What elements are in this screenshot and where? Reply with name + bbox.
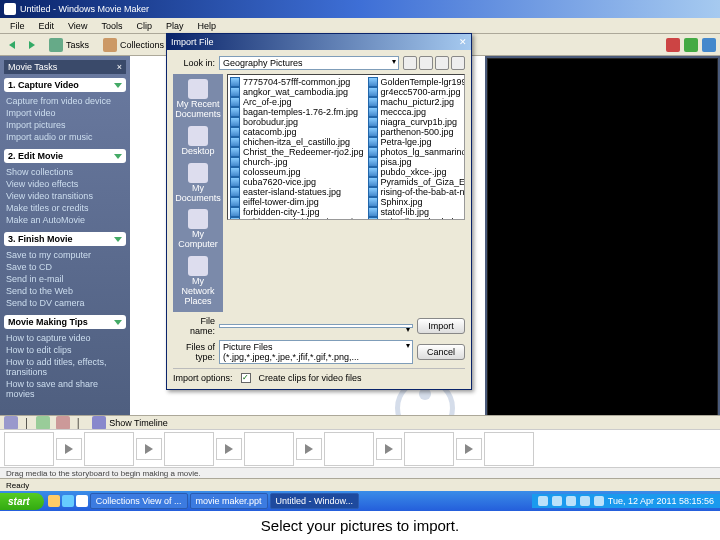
file-item[interactable]: pubdo_xkce-.jpg <box>368 167 465 177</box>
link-import-pictures[interactable]: Import pictures <box>4 119 126 131</box>
storyboard-transition[interactable] <box>456 438 482 460</box>
cancel-button[interactable]: Cancel <box>417 344 465 360</box>
file-item[interactable]: meccca.jpg <box>368 107 465 117</box>
file-item[interactable]: easter-island-statues.jpg <box>230 187 364 197</box>
taskbar-item[interactable]: Collections View of ... <box>90 493 188 509</box>
file-list[interactable]: 7775704-57fff-common.jpgangkor_wat_cambo… <box>227 74 465 220</box>
menu-edit[interactable]: Edit <box>33 21 61 31</box>
link-show-collections[interactable]: Show collections <box>4 166 126 178</box>
file-item[interactable]: golden-gate-bridge-picture.jpg <box>230 217 364 220</box>
nav-up-icon[interactable] <box>419 56 433 70</box>
tb-icon-1[interactable] <box>666 38 680 52</box>
filename-input[interactable] <box>219 324 413 328</box>
place-computer[interactable]: My Computer <box>176 207 220 252</box>
menu-clip[interactable]: Clip <box>130 21 158 31</box>
file-item[interactable]: pisa.jpg <box>368 157 465 167</box>
file-item[interactable]: borobudur.jpg <box>230 117 364 127</box>
place-network[interactable]: My Network Places <box>176 254 220 309</box>
nav-views-icon[interactable] <box>451 56 465 70</box>
file-item[interactable]: colosseum.jpg <box>230 167 364 177</box>
nav-fwd-button[interactable] <box>24 39 40 51</box>
section-tips[interactable]: Movie Making Tips <box>4 315 126 329</box>
section-edit[interactable]: 2. Edit Movie <box>4 149 126 163</box>
section-finish[interactable]: 3. Finish Movie <box>4 232 126 246</box>
place-documents[interactable]: My Documents <box>176 161 220 206</box>
storyboard-clip[interactable] <box>244 432 294 466</box>
file-item[interactable]: gr4ecc5700-arm.jpg <box>368 87 465 97</box>
ql-icon[interactable] <box>62 495 74 507</box>
menu-play[interactable]: Play <box>160 21 190 31</box>
lookin-dropdown[interactable]: Geography Pictures <box>219 56 399 70</box>
link-send-dv[interactable]: Send to DV camera <box>4 297 126 309</box>
file-item[interactable]: bagan-temples-1.76-2.fm.jpg <box>230 107 364 117</box>
sb-icon-1[interactable] <box>4 416 18 430</box>
storyboard-transition[interactable] <box>296 438 322 460</box>
file-item[interactable]: statof-lib.jpg <box>368 207 465 217</box>
file-item[interactable]: catacomb.jpg <box>230 127 364 137</box>
link-video-transitions[interactable]: View video transitions <box>4 190 126 202</box>
taskbar-item-active[interactable]: Untitled - Window... <box>270 493 360 509</box>
file-item[interactable]: photos_lg_sanmarino.jpg <box>368 147 465 157</box>
tray-icon[interactable] <box>566 496 576 506</box>
file-item[interactable]: cuba7620-vice.jpg <box>230 177 364 187</box>
storyboard-clip[interactable] <box>84 432 134 466</box>
tray-icon[interactable] <box>538 496 548 506</box>
menu-help[interactable]: Help <box>191 21 222 31</box>
close-icon[interactable]: × <box>117 62 122 72</box>
storyboard-clip[interactable] <box>404 432 454 466</box>
link-tip-save[interactable]: How to save and share movies <box>4 378 126 400</box>
file-item[interactable]: Petra-lge.jpg <box>368 137 465 147</box>
link-automovie[interactable]: Make an AutoMovie <box>4 214 126 226</box>
tb-icon-3[interactable] <box>702 38 716 52</box>
storyboard[interactable] <box>0 429 720 467</box>
file-item[interactable]: church-.jpg <box>230 157 364 167</box>
link-tip-edit[interactable]: How to edit clips <box>4 344 126 356</box>
file-item[interactable]: Arc_of-e.jpg <box>230 97 364 107</box>
link-video-effects[interactable]: View video effects <box>4 178 126 190</box>
storyboard-transition[interactable] <box>376 438 402 460</box>
taskbar-item[interactable]: movie maker.ppt <box>190 493 268 509</box>
nav-back-button[interactable] <box>4 39 20 51</box>
file-item[interactable]: parthenon-500.jpg <box>368 127 465 137</box>
dialog-close-icon[interactable]: ✕ <box>459 37 467 47</box>
file-item[interactable]: niagra_curvp1b.jpg <box>368 117 465 127</box>
file-item[interactable]: Christ_the_Redeemer-rjo2.jpg <box>230 147 364 157</box>
menu-file[interactable]: File <box>4 21 31 31</box>
menu-tools[interactable]: Tools <box>95 21 128 31</box>
place-desktop[interactable]: Desktop <box>176 124 220 159</box>
storyboard-clip[interactable] <box>324 432 374 466</box>
tray-icon[interactable] <box>594 496 604 506</box>
link-import-audio[interactable]: Import audio or music <box>4 131 126 143</box>
collections-button[interactable]: Collections <box>98 36 169 54</box>
link-send-web[interactable]: Send to the Web <box>4 285 126 297</box>
link-save-cd[interactable]: Save to CD <box>4 261 126 273</box>
nav-back-icon[interactable] <box>403 56 417 70</box>
place-recent[interactable]: My Recent Documents <box>176 77 220 122</box>
menu-view[interactable]: View <box>62 21 93 31</box>
file-item[interactable]: angkor_wat_cambodia.jpg <box>230 87 364 97</box>
tasks-button[interactable]: Tasks <box>44 36 94 54</box>
sb-zoom-out-icon[interactable] <box>56 416 70 430</box>
storyboard-clip[interactable] <box>484 432 534 466</box>
filetype-dropdown[interactable]: Picture Files (*.jpg,*.jpeg,*.jpe,*.jfif… <box>219 340 413 364</box>
file-item[interactable]: Sphinx.jpg <box>368 197 465 207</box>
file-item[interactable]: chichen-itza_el_castillo.jpg <box>230 137 364 147</box>
file-item[interactable]: rising-of-the-bab-at-night.jpg <box>368 187 465 197</box>
storyboard-transition[interactable] <box>56 438 82 460</box>
storyboard-clip[interactable] <box>164 432 214 466</box>
tray-icon[interactable] <box>580 496 590 506</box>
file-item[interactable]: GoldenTemple-lgr19995.jpg <box>368 77 465 87</box>
section-capture[interactable]: 1. Capture Video <box>4 78 126 92</box>
sb-zoom-in-icon[interactable] <box>36 416 50 430</box>
link-tip-titles[interactable]: How to add titles, effects, transitions <box>4 356 126 378</box>
storyboard-clip[interactable] <box>4 432 54 466</box>
storyboard-transition[interactable] <box>216 438 242 460</box>
tb-icon-2[interactable] <box>684 38 698 52</box>
import-button[interactable]: Import <box>417 318 465 334</box>
file-item[interactable]: Pyramids_of_Giza_Egypt.jpg <box>368 177 465 187</box>
tray-icon[interactable] <box>552 496 562 506</box>
link-save-computer[interactable]: Save to my computer <box>4 249 126 261</box>
link-send-email[interactable]: Send in e-mail <box>4 273 126 285</box>
file-item[interactable]: eiffel-tower-dim.jpg <box>230 197 364 207</box>
file-item[interactable]: 7775704-57fff-common.jpg <box>230 77 364 87</box>
